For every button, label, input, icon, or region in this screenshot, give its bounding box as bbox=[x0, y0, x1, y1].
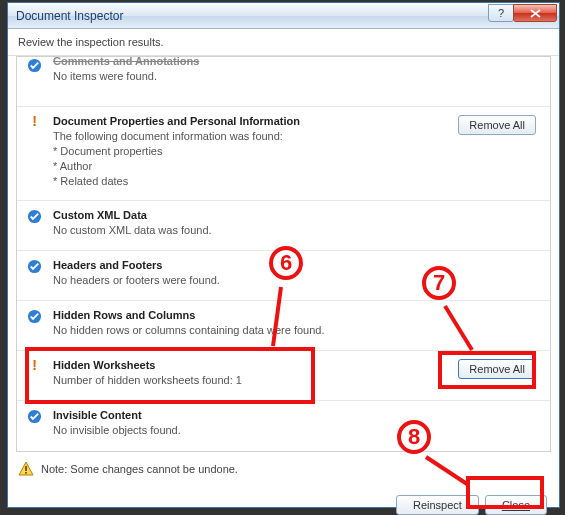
section-docprops: ! Document Properties and Personal Infor… bbox=[17, 107, 550, 201]
section-headers: Headers and Footers No headers or footer… bbox=[17, 251, 550, 301]
section-title: Comments and Annotations bbox=[53, 56, 544, 67]
svg-rect-6 bbox=[25, 472, 27, 474]
help-button[interactable]: ? bbox=[488, 4, 514, 22]
section-detail: No items were found. bbox=[53, 69, 544, 84]
dialog-subtitle: Review the inspection results. bbox=[8, 29, 559, 56]
section-title: Headers and Footers bbox=[53, 259, 544, 271]
dialog-buttons: Reinspect Close bbox=[396, 495, 547, 515]
window-title: Document Inspector bbox=[16, 9, 123, 23]
dialog-window: Document Inspector ? Review the inspecti… bbox=[7, 2, 560, 508]
section-title: Hidden Rows and Columns bbox=[53, 309, 544, 321]
detail-bullet: * Document properties bbox=[53, 144, 544, 159]
section-title: Custom XML Data bbox=[53, 209, 544, 221]
section-detail: No hidden rows or columns containing dat… bbox=[53, 323, 544, 338]
footer-note: Note: Some changes cannot be undone. bbox=[41, 463, 238, 475]
check-icon bbox=[27, 209, 42, 224]
section-hiddenrows: Hidden Rows and Columns No hidden rows o… bbox=[17, 301, 550, 351]
section-detail: No headers or footers were found. bbox=[53, 273, 544, 288]
section-detail: No invisible objects found. bbox=[53, 423, 544, 438]
section-invisible: Invisible Content No invisible objects f… bbox=[17, 401, 550, 451]
section-customxml: Custom XML Data No custom XML data was f… bbox=[17, 201, 550, 251]
warning-triangle-icon bbox=[18, 461, 34, 477]
section-detail: No custom XML data was found. bbox=[53, 223, 544, 238]
check-icon bbox=[27, 309, 42, 324]
results-panel: Comments and Annotations No items were f… bbox=[16, 56, 551, 452]
close-button[interactable]: Close bbox=[485, 495, 547, 515]
reinspect-button[interactable]: Reinspect bbox=[396, 495, 479, 515]
detail-bullet: * Related dates bbox=[53, 174, 544, 189]
window-buttons: ? bbox=[489, 4, 557, 22]
window-close-button[interactable] bbox=[513, 4, 557, 22]
warn-icon: ! bbox=[27, 357, 42, 372]
titlebar: Document Inspector ? bbox=[8, 3, 559, 29]
section-title: Invisible Content bbox=[53, 409, 544, 421]
section-detail: The following document information was f… bbox=[53, 129, 544, 188]
remove-all-button[interactable]: Remove All bbox=[458, 359, 536, 379]
section-hiddenworksheets: ! Hidden Worksheets Number of hidden wor… bbox=[17, 351, 550, 401]
detail-bullet: * Author bbox=[53, 159, 544, 174]
remove-all-button[interactable]: Remove All bbox=[458, 115, 536, 135]
warn-icon: ! bbox=[27, 113, 42, 128]
check-icon bbox=[27, 259, 42, 274]
svg-rect-5 bbox=[25, 466, 27, 471]
section-comments: Comments and Annotations No items were f… bbox=[17, 57, 550, 107]
check-icon bbox=[27, 409, 42, 424]
footer-bar: Note: Some changes cannot be undone. Rei… bbox=[8, 452, 559, 486]
check-icon bbox=[27, 58, 42, 73]
